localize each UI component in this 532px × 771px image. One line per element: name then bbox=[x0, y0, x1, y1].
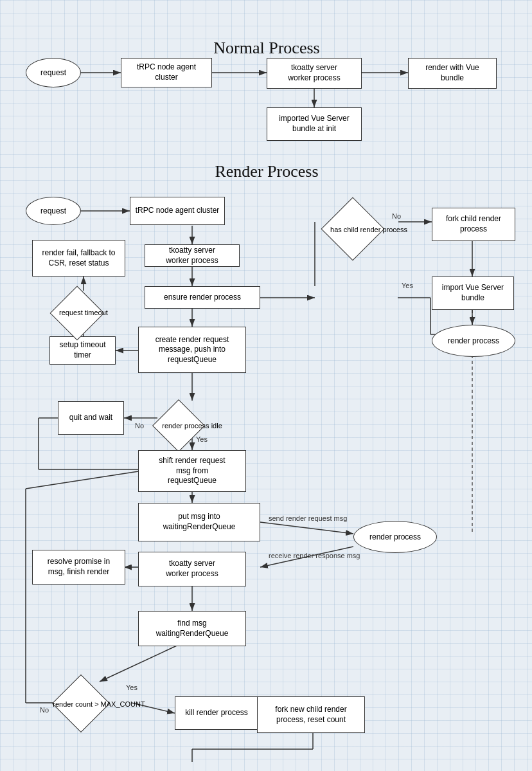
ensure-render-box: ensure render process bbox=[145, 286, 260, 309]
normal-request-oval: request bbox=[26, 58, 81, 87]
quit-and-wait-box: quit and wait bbox=[58, 401, 124, 435]
send-render-label: send render request msg bbox=[269, 514, 347, 522]
normal-render-vue-box: render with Vue bundle bbox=[408, 58, 497, 89]
svg-line-27 bbox=[260, 522, 353, 534]
yes-label-3: Yes bbox=[196, 435, 208, 443]
normal-imported-vue-box: imported Vue Server bundle at init bbox=[267, 107, 362, 141]
render-tkoatty-box: tkoatty server worker process bbox=[145, 244, 240, 267]
render-fail-box: render fail, fallback to CSR, reset stat… bbox=[32, 240, 125, 277]
put-msg-box: put msg into waitingRenderQueue bbox=[138, 503, 260, 541]
find-msg-box: find msg waitingRenderQueue bbox=[138, 611, 246, 646]
diagram-container: Normal Process request tRPC node agent c… bbox=[0, 0, 532, 771]
kill-render-box: kill render process bbox=[175, 696, 258, 730]
setup-timeout-box: setup timeout timer bbox=[49, 336, 116, 365]
receive-render-label: receive render response msg bbox=[269, 552, 360, 559]
render-trpc-box: tRPC node agent cluster bbox=[130, 197, 225, 225]
tkoatty-server2-box: tkoatty server worker process bbox=[138, 552, 246, 586]
no-label-1: No bbox=[392, 212, 401, 220]
shift-render-box: shift render request msg from requestQue… bbox=[138, 450, 246, 492]
resolve-promise-box: resolve promise in msg, finish render bbox=[32, 550, 125, 585]
no-label-count: No bbox=[40, 706, 49, 714]
arrows-svg bbox=[0, 0, 532, 771]
normal-trpc-box: tRPC node agent cluster bbox=[121, 58, 212, 87]
fork-child-box: fork child render process bbox=[432, 208, 515, 241]
render-request-oval: request bbox=[26, 197, 81, 225]
render-process-title: Render Process bbox=[167, 162, 366, 181]
render-process-bottom-oval: render process bbox=[353, 521, 437, 553]
request-timeout-diamond: request timeout bbox=[51, 291, 116, 336]
yes-label-1: Yes bbox=[402, 282, 413, 289]
import-vue-box: import Vue Server bundle bbox=[432, 277, 514, 310]
normal-tkoatty-box: tkoatty server worker process bbox=[267, 58, 362, 89]
no-label-2: No bbox=[135, 422, 144, 430]
render-process-idle-diamond: render process idle bbox=[146, 401, 238, 452]
svg-line-36 bbox=[26, 469, 151, 489]
yes-label-count: Yes bbox=[126, 684, 137, 691]
render-process-right-oval: render process bbox=[432, 325, 515, 357]
create-render-msg-box: create render request message, push into… bbox=[138, 327, 246, 373]
fork-new-child-box: fork new child render process, reset cou… bbox=[257, 696, 365, 733]
has-child-diamond: has child render process bbox=[315, 197, 423, 262]
normal-process-title: Normal Process bbox=[180, 39, 353, 58]
